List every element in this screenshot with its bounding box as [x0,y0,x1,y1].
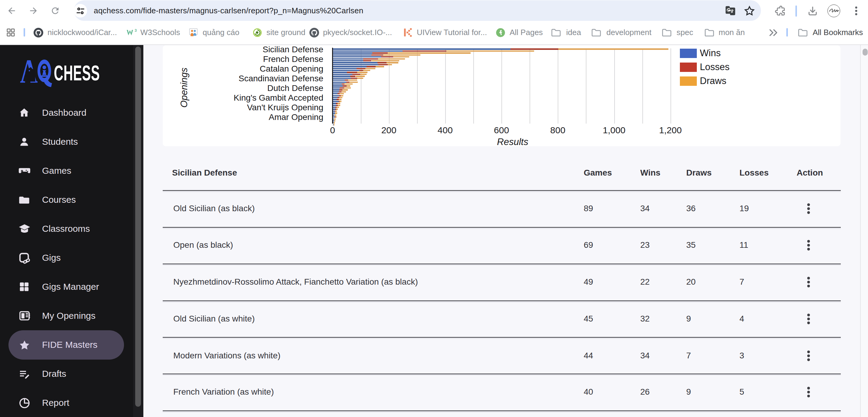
svg-text:3: 3 [134,28,137,33]
